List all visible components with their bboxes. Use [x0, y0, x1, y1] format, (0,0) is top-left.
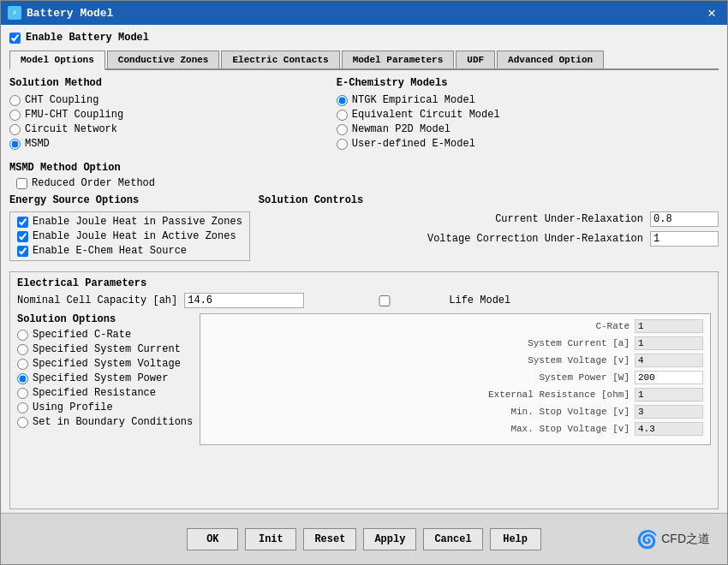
pf-row-0: C-Rate — [207, 319, 703, 333]
sol-opt-2[interactable]: Specified System Voltage — [17, 358, 193, 370]
help-button[interactable]: Help — [490, 528, 541, 550]
top-section: Solution Method CHT Coupling FMU-CHT Cou… — [9, 77, 719, 157]
msmd-section: MSMD Method Option Reduced Order Method — [9, 157, 719, 194]
pf-input-2[interactable] — [635, 354, 703, 367]
msmd-title: MSMD Method Option — [9, 162, 719, 174]
footer: OK Init Reset Apply Cancel Help 🌀 CFD之道 — [1, 513, 727, 564]
energy-source-box: Enable Joule Heat in Passive Zones Enabl… — [9, 211, 250, 261]
footer-buttons: OK Init Reset Apply Cancel Help — [187, 528, 540, 550]
brand: 🌀 CFD之道 — [636, 529, 710, 550]
echem-option-0[interactable]: NTGK Empirical Model — [337, 94, 719, 106]
sol-opt-5[interactable]: Using Profile — [17, 401, 193, 413]
solution-method-radios: CHT Coupling FMU-CHT Coupling Circuit Ne… — [9, 94, 328, 150]
tab-conductive-zones[interactable]: Conductive Zones — [107, 51, 220, 68]
middle-section: Energy Source Options Enable Joule Heat … — [9, 194, 719, 266]
tab-content-model-options: Solution Method CHT Coupling FMU-CHT Cou… — [9, 77, 719, 509]
pf-row-3: System Power [W] — [207, 371, 703, 384]
solution-controls-title: Solution Controls — [259, 194, 719, 206]
enable-row: Enable Battery Model — [9, 32, 719, 44]
brand-icon: 🌀 — [636, 529, 658, 550]
battery-model-window: ⚡ Battery Model ✕ Enable Battery Model M… — [0, 0, 728, 565]
reset-button[interactable]: Reset — [303, 528, 356, 550]
msmd-option-0[interactable]: Reduced Order Method — [16, 177, 719, 189]
tab-electric-contacts[interactable]: Electric Contacts — [221, 51, 339, 68]
sm-option-1[interactable]: FMU-CHT Coupling — [9, 109, 328, 121]
nominal-label: Nominal Cell Capacity [ah] — [17, 294, 177, 306]
sc-label-0: Current Under-Relaxation — [259, 213, 650, 225]
sol-opt-0[interactable]: Specified C-Rate — [17, 329, 193, 341]
tab-bar: Model Options Conductive Zones Electric … — [9, 51, 719, 70]
sol-opt-1[interactable]: Specified System Current — [17, 343, 193, 355]
nominal-row: Nominal Cell Capacity [ah] Life Model — [17, 293, 711, 308]
echem-models-section: E-Chemistry Models NTGK Empirical Model … — [337, 77, 719, 157]
close-button[interactable]: ✕ — [703, 4, 720, 21]
sm-option-3[interactable]: MSMD — [9, 138, 328, 150]
window-title: Battery Model — [27, 7, 703, 20]
tab-model-options[interactable]: Model Options — [9, 51, 105, 70]
sol-options-title: Solution Options — [17, 313, 193, 325]
enable-label: Enable Battery Model — [26, 32, 149, 44]
energy-source-title: Energy Source Options — [9, 194, 250, 206]
electrical-parameters-section: Electrical Parameters Nominal Cell Capac… — [9, 271, 719, 509]
life-model-label: Life Model — [449, 294, 510, 306]
solution-controls-section: Solution Controls Current Under-Relaxati… — [259, 194, 719, 266]
echem-radios: NTGK Empirical Model Equivalent Circuit … — [337, 94, 719, 150]
nominal-input[interactable] — [184, 293, 304, 308]
tab-udf[interactable]: UDF — [456, 51, 495, 68]
sm-option-0[interactable]: CHT Coupling — [9, 94, 328, 106]
sc-input-0[interactable] — [650, 211, 719, 227]
sol-opt-3[interactable]: Specified System Power — [17, 372, 193, 384]
sol-opt-6[interactable]: Set in Boundary Conditions — [17, 416, 193, 428]
sc-row-1: Voltage Correction Under-Relaxation — [259, 231, 719, 247]
pf-input-0[interactable] — [635, 319, 703, 333]
echem-title: E-Chemistry Models — [337, 77, 719, 89]
main-content: Enable Battery Model Model Options Condu… — [1, 25, 727, 513]
pf-row-4: External Resistance [ohm] — [207, 388, 703, 401]
pf-row-2: System Voltage [v] — [207, 354, 703, 367]
sol-opt-4[interactable]: Specified Resistance — [17, 387, 193, 399]
sc-row-0: Current Under-Relaxation — [259, 211, 719, 227]
sc-input-1[interactable] — [650, 231, 719, 247]
param-fields-section: C-Rate System Current [a] System Voltage… — [200, 313, 711, 445]
solution-method-title: Solution Method — [9, 77, 328, 89]
sc-label-1: Voltage Correction Under-Relaxation — [259, 233, 650, 245]
window-icon: ⚡ — [8, 6, 21, 20]
titlebar: ⚡ Battery Model ✕ — [1, 1, 727, 25]
energy-opt-2[interactable]: Enable E-Chem Heat Source — [17, 245, 242, 257]
pf-row-5: Min. Stop Voltage [v] — [207, 405, 703, 419]
cancel-button[interactable]: Cancel — [423, 528, 482, 550]
pf-input-1[interactable] — [635, 336, 703, 350]
tab-model-parameters[interactable]: Model Parameters — [342, 51, 455, 68]
init-button[interactable]: Init — [245, 528, 296, 550]
solution-options-section: Solution Options Specified C-Rate Specif… — [17, 313, 193, 445]
brand-label: CFD之道 — [661, 532, 710, 547]
ok-button[interactable]: OK — [187, 528, 238, 550]
echem-option-1[interactable]: Equivalent Circuit Model — [337, 109, 719, 121]
pf-label-5: Min. Stop Voltage [v] — [207, 407, 635, 417]
pf-label-6: Max. Stop Voltage [v] — [207, 424, 635, 434]
energy-opt-1[interactable]: Enable Joule Heat in Active Zones — [17, 230, 242, 242]
pf-row-1: System Current [a] — [207, 336, 703, 350]
electrical-title: Electrical Parameters — [17, 277, 711, 289]
energy-opt-0[interactable]: Enable Joule Heat in Passive Zones — [17, 216, 242, 228]
pf-label-1: System Current [a] — [207, 338, 635, 348]
tab-advanced-option[interactable]: Advanced Option — [497, 51, 604, 68]
energy-source-section: Energy Source Options Enable Joule Heat … — [9, 194, 250, 266]
pf-input-4[interactable] — [635, 388, 703, 401]
pf-input-5[interactable] — [635, 405, 703, 419]
pf-input-6[interactable] — [635, 422, 703, 436]
echem-option-3[interactable]: User-defined E-Model — [337, 138, 719, 150]
sm-option-2[interactable]: Circuit Network — [9, 123, 328, 135]
pf-label-3: System Power [W] — [207, 372, 635, 383]
apply-button[interactable]: Apply — [363, 528, 416, 550]
pf-input-3[interactable] — [635, 371, 703, 384]
pf-row-6: Max. Stop Voltage [v] — [207, 422, 703, 436]
echem-option-2[interactable]: Newman P2D Model — [337, 123, 719, 135]
pf-label-0: C-Rate — [207, 321, 635, 331]
pf-label-4: External Resistance [ohm] — [207, 390, 635, 400]
elec-body: Solution Options Specified C-Rate Specif… — [17, 313, 711, 445]
life-model-check[interactable]: Life Model — [325, 294, 510, 306]
solution-method-section: Solution Method CHT Coupling FMU-CHT Cou… — [9, 77, 328, 157]
enable-battery-checkbox[interactable] — [9, 33, 21, 44]
pf-label-2: System Voltage [v] — [207, 355, 635, 366]
